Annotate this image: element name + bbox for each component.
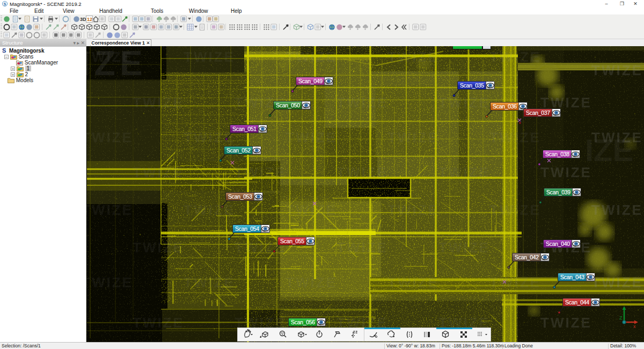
svg-text:TWIZE: TWIZE	[438, 164, 490, 180]
svg-text:TWIZE: TWIZE	[286, 129, 337, 146]
svg-text:Z: Z	[619, 315, 623, 321]
svg-text:TWIZE: TWIZE	[184, 274, 235, 290]
svg-text:TWIZE: TWIZE	[184, 202, 235, 218]
svg-text:TWIZE: TWIZE	[133, 315, 184, 331]
svg-text:12: 12	[87, 17, 92, 22]
svg-text:TWIZE: TWIZE	[489, 129, 541, 146]
svg-text:TWIZE: TWIZE	[184, 49, 235, 65]
svg-text:TWIZE: TWIZE	[235, 164, 286, 180]
svg-text:TWIZE: TWIZE	[387, 274, 439, 290]
svg-text:TWIZE: TWIZE	[540, 315, 592, 331]
svg-text:TWIZE: TWIZE	[591, 274, 643, 290]
svg-text:TWIZE: TWIZE	[86, 129, 133, 146]
svg-text:TWIZE: TWIZE	[336, 239, 388, 256]
svg-text:TWIZE: TWIZE	[133, 164, 184, 180]
svg-text:TWIZE: TWIZE	[133, 94, 184, 111]
svg-text:TWIZE: TWIZE	[387, 202, 439, 218]
svg-text:TWIZE: TWIZE	[86, 202, 133, 218]
svg-text:TWIZE: TWIZE	[387, 129, 439, 146]
svg-text:TWIZE: TWIZE	[286, 274, 337, 290]
svg-text:IZE: IZE	[585, 133, 633, 168]
svg-text:TWIZE: TWIZE	[286, 202, 337, 218]
svg-text:TWIZE: TWIZE	[540, 164, 592, 180]
svg-text:TWIZE: TWIZE	[133, 239, 184, 256]
svg-text:TWIZE: TWIZE	[489, 202, 541, 218]
svg-text:TWIZE: TWIZE	[591, 62, 643, 78]
svg-text:TWIZE: TWIZE	[489, 49, 541, 65]
svg-text:TWIZE: TWIZE	[387, 49, 439, 65]
svg-text:TWIZE: TWIZE	[336, 94, 388, 111]
svg-text:TWIZE: TWIZE	[489, 274, 541, 290]
svg-text:TWIZE: TWIZE	[591, 202, 643, 218]
svg-text:x: x	[633, 324, 636, 329]
svg-text:TWIZE: TWIZE	[438, 94, 490, 111]
svg-text:TWIZE: TWIZE	[86, 274, 133, 290]
svg-text:TWIZE: TWIZE	[286, 49, 337, 65]
svg-text:IZE: IZE	[86, 46, 147, 83]
svg-text:S: S	[3, 2, 6, 6]
svg-text:TWIZE: TWIZE	[336, 164, 388, 180]
svg-text:TWIZE: TWIZE	[438, 239, 490, 256]
